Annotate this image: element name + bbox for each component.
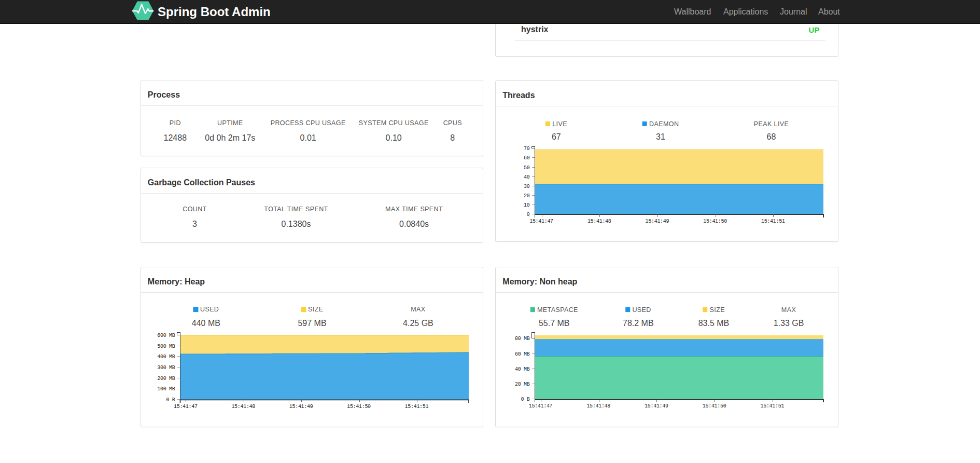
svg-text:40: 40 <box>524 174 530 180</box>
svg-text:0: 0 <box>527 211 530 217</box>
svg-text:100 MB: 100 MB <box>157 386 175 392</box>
svg-text:15:41:48: 15:41:48 <box>231 404 255 410</box>
svg-text:30: 30 <box>524 183 530 189</box>
svg-text:80 MB: 80 MB <box>515 336 530 342</box>
svg-text:15:41:47: 15:41:47 <box>174 404 198 410</box>
svg-text:15:41:50: 15:41:50 <box>704 219 727 224</box>
svg-text:400 MB: 400 MB <box>157 354 175 360</box>
svg-text:20 MB: 20 MB <box>515 382 530 387</box>
svg-text:40 MB: 40 MB <box>515 366 530 372</box>
svg-text:70: 70 <box>524 146 530 152</box>
svg-text:15:41:50: 15:41:50 <box>347 404 371 410</box>
svg-text:200 MB: 200 MB <box>157 376 175 382</box>
svg-text:600 MB: 600 MB <box>157 333 175 338</box>
svg-text:15:41:49: 15:41:49 <box>289 404 313 410</box>
svg-text:500 MB: 500 MB <box>157 344 175 349</box>
svg-text:15:41:51: 15:41:51 <box>761 219 785 224</box>
svg-text:15:41:51: 15:41:51 <box>761 403 785 409</box>
svg-text:50: 50 <box>524 165 530 170</box>
svg-text:15:41:47: 15:41:47 <box>529 403 553 409</box>
svg-text:15:41:48: 15:41:48 <box>587 219 611 224</box>
svg-text:15:41:47: 15:41:47 <box>529 219 553 224</box>
svg-text:0 B: 0 B <box>521 397 530 402</box>
svg-text:15:41:48: 15:41:48 <box>587 403 611 409</box>
svg-text:15:41:51: 15:41:51 <box>404 404 428 410</box>
svg-text:60: 60 <box>524 155 530 161</box>
svg-text:15:41:50: 15:41:50 <box>703 403 726 409</box>
svg-text:10: 10 <box>524 202 530 208</box>
svg-text:15:41:49: 15:41:49 <box>646 219 669 224</box>
svg-text:60 MB: 60 MB <box>515 351 530 357</box>
svg-text:300 MB: 300 MB <box>157 365 175 371</box>
svg-text:15:41:49: 15:41:49 <box>645 403 668 409</box>
svg-text:20: 20 <box>524 193 530 198</box>
svg-text:0 B: 0 B <box>166 397 175 403</box>
